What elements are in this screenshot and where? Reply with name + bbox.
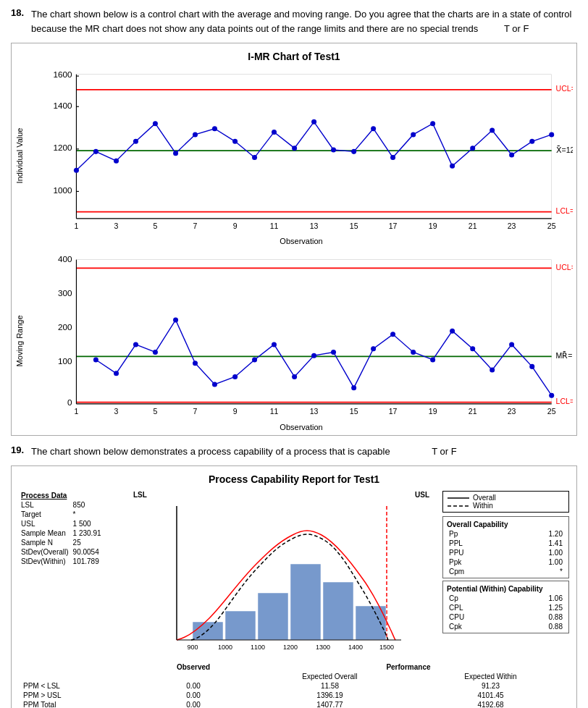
svg-point-49 (450, 164, 455, 169)
individual-ylabel: Individual Value (15, 66, 30, 245)
cap-body: Process Data LSL850 Target* USL1 500 Sam… (19, 491, 569, 658)
q18-text: The chart shown below is a control chart… (31, 9, 571, 34)
svg-text:300: 300 (58, 288, 72, 298)
svg-text:21: 21 (469, 407, 477, 416)
within-label: Within (473, 502, 493, 510)
svg-text:23: 23 (508, 222, 516, 230)
usl-label: USL (415, 491, 429, 499)
svg-text:15: 15 (350, 222, 358, 230)
svg-text:9: 9 (233, 222, 238, 230)
overall-cap-table: Pp1.20 PPL1.41 PPU1.00 Ppk1.00 Cpm* (447, 529, 565, 576)
svg-text:LCL=925.5: LCL=925.5 (556, 206, 573, 215)
svg-point-104 (529, 364, 534, 369)
svg-point-100 (450, 329, 455, 334)
svg-text:400: 400 (58, 255, 72, 264)
svg-text:3: 3 (114, 222, 119, 230)
svg-text:UCL=375.1: UCL=375.1 (556, 263, 573, 271)
svg-point-102 (490, 368, 495, 373)
mr-chart-area: Moving Range 400 300 200 (15, 251, 573, 431)
svg-text:1: 1 (75, 222, 79, 230)
svg-text:15: 15 (350, 407, 358, 416)
svg-point-44 (351, 149, 356, 154)
svg-point-86 (173, 318, 178, 323)
q19-number: 19. (11, 444, 31, 455)
svg-text:100: 100 (58, 356, 72, 366)
svg-rect-112 (323, 582, 353, 640)
individual-svg: 1600 1400 1200 1000 1 3 (30, 66, 573, 235)
q18-number: 18. (11, 7, 31, 18)
svg-text:25: 25 (547, 407, 556, 416)
potential-cap-table: Cp1.06 CPL1.25 CPU0.88 Cpk0.88 (447, 594, 565, 631)
svg-text:1200: 1200 (282, 644, 297, 651)
svg-text:1300: 1300 (315, 644, 329, 651)
overall-cap-box: Overall Capability Pp1.20 PPL1.41 PPU1.0… (442, 516, 569, 578)
svg-text:200: 200 (58, 322, 72, 332)
svg-text:11: 11 (270, 222, 279, 230)
svg-rect-111 (290, 564, 321, 640)
question-18: 18. The chart shown below is a control c… (11, 7, 577, 35)
potential-cap-title: Potential (Within) Capability (447, 585, 565, 593)
capability-histogram-svg: 900 1000 1100 1200 1300 1400 1500 (155, 499, 408, 658)
q18-body: The chart shown below is a control chart… (31, 7, 577, 35)
lsl-label: LSL (133, 491, 147, 499)
svg-point-51 (490, 128, 495, 133)
svg-point-103 (509, 342, 514, 347)
svg-point-95 (351, 386, 356, 391)
legend-box: Overall Within (442, 491, 569, 513)
capability-report-box: Process Capability Report for Test1 Proc… (11, 465, 577, 708)
svg-text:X̄=1230.9: X̄=1230.9 (556, 146, 573, 154)
svg-point-45 (371, 126, 376, 131)
svg-text:17: 17 (389, 222, 398, 230)
cap-stats-panel: Overall Within Overall Capability Pp1.20… (442, 491, 569, 658)
svg-point-32 (114, 159, 119, 164)
overall-legend: Overall (448, 494, 564, 502)
svg-rect-0 (76, 75, 551, 219)
svg-point-93 (311, 353, 316, 358)
svg-text:1500: 1500 (379, 644, 393, 651)
svg-text:23: 23 (508, 407, 516, 416)
svg-point-50 (470, 146, 475, 151)
svg-point-40 (272, 130, 277, 135)
svg-point-39 (252, 155, 257, 160)
svg-point-47 (411, 132, 416, 137)
svg-point-91 (272, 342, 277, 347)
process-data-panel: Process Data LSL850 Target* USL1 500 Sam… (19, 491, 120, 658)
svg-point-33 (133, 139, 138, 144)
svg-point-43 (331, 148, 336, 153)
mr-svg: 400 300 200 100 0 1 3 5 7 9 11 13 15 17 … (30, 251, 573, 421)
svg-point-82 (93, 358, 98, 363)
svg-point-99 (430, 358, 435, 363)
svg-text:1400: 1400 (54, 101, 73, 110)
svg-text:7: 7 (193, 222, 198, 230)
svg-text:LCL=0: LCL=0 (556, 397, 573, 405)
svg-point-30 (74, 168, 79, 173)
svg-point-38 (232, 139, 238, 144)
svg-text:7: 7 (193, 407, 198, 416)
question-19: 19. The chart shown below demonstrates a… (11, 444, 577, 459)
process-data-table: Process Data LSL850 Target* USL1 500 Sam… (19, 491, 104, 566)
svg-point-41 (292, 146, 297, 151)
svg-point-101 (470, 347, 475, 352)
svg-text:5: 5 (154, 407, 158, 416)
svg-text:900: 900 (187, 644, 198, 651)
svg-point-105 (549, 393, 554, 398)
overall-label: Overall (473, 494, 496, 502)
q19-text: The chart shown below demonstrates a pro… (31, 446, 390, 457)
imr-chart-title: I-MR Chart of Test1 (15, 51, 573, 62)
svg-text:1000: 1000 (54, 185, 73, 195)
svg-point-52 (509, 153, 514, 158)
svg-point-98 (411, 350, 416, 355)
svg-text:11: 11 (270, 407, 279, 416)
svg-point-89 (232, 374, 238, 379)
imr-charts-container: Individual Value 1600 1400 1200 1 (15, 66, 573, 431)
q19-torf: T or F (432, 446, 456, 457)
svg-text:19: 19 (429, 407, 437, 416)
svg-point-54 (549, 132, 554, 137)
individual-xlabel: Observation (30, 237, 573, 245)
svg-text:1: 1 (75, 407, 79, 416)
svg-text:MR̄=114.8: MR̄=114.8 (556, 351, 573, 360)
within-legend: Within (448, 502, 564, 510)
svg-point-88 (212, 382, 217, 387)
svg-point-85 (153, 350, 158, 355)
svg-rect-109 (225, 611, 256, 640)
